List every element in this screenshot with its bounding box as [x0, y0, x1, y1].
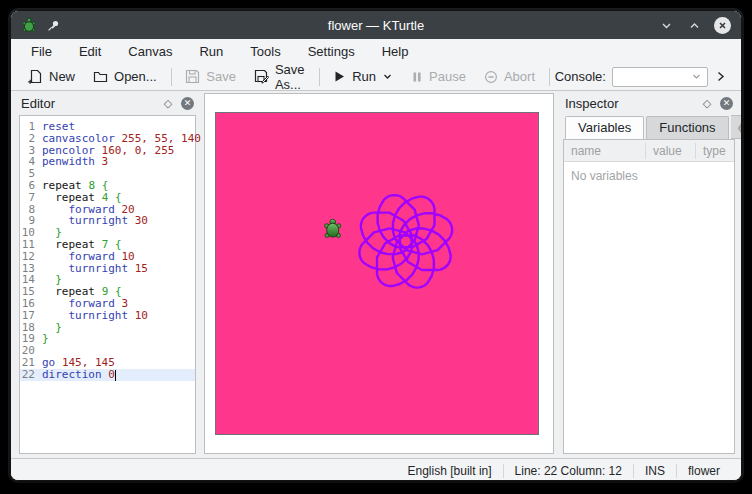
variables-table: name value type No variables [563, 139, 735, 454]
pause-icon [411, 71, 423, 83]
menu-help[interactable]: Help [382, 44, 409, 59]
save-as-button-label: Save As... [275, 62, 305, 92]
save-button[interactable]: Save [176, 66, 245, 87]
inspector-close-icon[interactable]: ✕ [720, 97, 733, 110]
combo-chevron-down-icon [691, 71, 702, 82]
menu-settings[interactable]: Settings [308, 44, 355, 59]
console-label: Console: [555, 69, 606, 84]
toolbar-separator [171, 68, 172, 86]
menu-run[interactable]: Run [199, 44, 223, 59]
tab-scroll-left-icon[interactable]: ❮ [737, 122, 742, 133]
app-window: flower — KTurtle File Edit Canvas Run To… [10, 10, 742, 481]
editor-panel: Editor ◇ ✕ 1reset2canvascolor 255, 55, 1… [15, 93, 200, 454]
new-file-icon [28, 69, 43, 84]
status-language: English [built in] [397, 464, 503, 478]
window-title: flower — KTurtle [11, 18, 741, 33]
abort-button[interactable]: Abort [475, 66, 544, 87]
tab-variables[interactable]: Variables [565, 116, 644, 139]
line-number: 2 [20, 133, 39, 145]
abort-button-label: Abort [504, 69, 535, 84]
column-name[interactable]: name [564, 143, 646, 159]
folder-icon [93, 69, 108, 84]
tab-functions[interactable]: Functions [646, 116, 728, 139]
pause-button-label: Pause [429, 69, 466, 84]
editor-float-icon[interactable]: ◇ [161, 96, 175, 110]
inspector-panel: Inspector ◇ ✕ Variables Functions ❮ ❯ [559, 93, 739, 454]
line-number: 16 [20, 298, 39, 310]
status-insert-mode: INS [634, 464, 676, 478]
menu-file[interactable]: File [31, 44, 52, 59]
save-as-icon [254, 69, 269, 84]
inspector-float-icon[interactable]: ◇ [700, 96, 714, 110]
inspector-tabbar: Variables Functions ❮ ❯ [563, 115, 735, 139]
pause-button[interactable]: Pause [402, 66, 475, 87]
line-number: 22 [20, 369, 39, 381]
abort-icon [484, 70, 498, 84]
column-type[interactable]: type [696, 143, 734, 159]
open-button[interactable]: Open... [84, 66, 166, 87]
editor-close-icon[interactable]: ✕ [181, 97, 194, 110]
no-variables-text: No variables [564, 162, 734, 190]
minimize-button[interactable] [658, 17, 674, 33]
toolbar-separator [549, 68, 550, 86]
turtle-canvas[interactable] [215, 112, 539, 435]
save-as-button[interactable]: Save As... [245, 59, 314, 95]
toolbar-overflow-button[interactable] [708, 70, 733, 83]
statusbar: English [built in] Line: 22 Column: 12 I… [11, 458, 741, 481]
tab-scroll-buttons: ❮ ❯ [731, 115, 742, 139]
save-button-label: Save [206, 69, 236, 84]
toolbar-separator [319, 68, 320, 86]
run-icon [333, 70, 346, 83]
menu-edit[interactable]: Edit [79, 44, 101, 59]
line-number: 12 [20, 251, 39, 263]
editor-panel-header: Editor ◇ ✕ [15, 93, 200, 113]
toolbar: New Open... Save Save As... Run [11, 63, 741, 91]
variables-table-header: name value type [564, 140, 734, 162]
app-icon-turtle [21, 17, 37, 33]
console-input[interactable] [612, 67, 708, 87]
text-cursor [115, 370, 116, 381]
code-line-22[interactable]: 22direction 0 [20, 369, 195, 381]
pin-icon[interactable] [45, 17, 61, 33]
new-button[interactable]: New [19, 66, 84, 87]
maximize-button[interactable] [686, 17, 702, 33]
editor-panel-title: Editor [21, 96, 55, 111]
status-document-name: flower [677, 464, 731, 478]
main-area: Editor ◇ ✕ 1reset2canvascolor 255, 55, 1… [11, 91, 741, 458]
canvas-view [204, 93, 554, 454]
titlebar: flower — KTurtle [11, 11, 741, 39]
menu-tools[interactable]: Tools [250, 44, 280, 59]
open-button-label: Open... [114, 69, 157, 84]
inspector-panel-header: Inspector ◇ ✕ [559, 93, 739, 113]
save-icon [185, 69, 200, 84]
line-number: 17 [20, 310, 39, 322]
run-button-label: Run [352, 69, 376, 84]
line-number: 11 [20, 239, 39, 251]
run-dropdown-chevron-icon[interactable] [382, 71, 393, 82]
new-button-label: New [49, 69, 75, 84]
close-button[interactable] [714, 17, 731, 34]
line-number: 6 [20, 180, 39, 192]
menubar: File Edit Canvas Run Tools Settings Help [11, 39, 741, 63]
run-button[interactable]: Run [324, 66, 402, 87]
menu-canvas[interactable]: Canvas [128, 44, 172, 59]
line-number: 7 [20, 192, 39, 204]
status-cursor-position: Line: 22 Column: 12 [504, 464, 633, 478]
code-editor[interactable]: 1reset2canvascolor 255, 55, 1403pencolor… [19, 115, 196, 454]
line-number: 21 [20, 357, 39, 369]
inspector-panel-title: Inspector [565, 96, 618, 111]
column-value[interactable]: value [646, 143, 696, 159]
